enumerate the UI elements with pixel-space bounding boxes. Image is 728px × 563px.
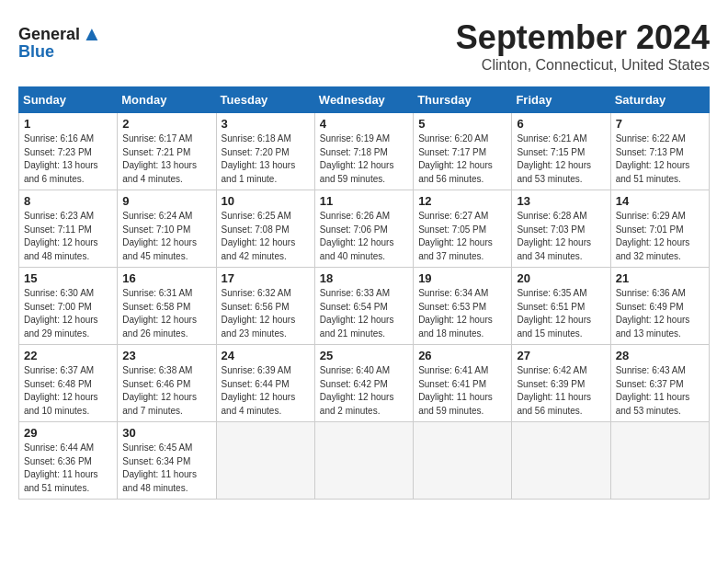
day-info: Sunrise: 6:29 AMSunset: 7:01 PMDaylight:… xyxy=(616,211,690,261)
col-header-thursday: Thursday xyxy=(414,87,512,113)
day-info: Sunrise: 6:22 AMSunset: 7:13 PMDaylight:… xyxy=(616,133,690,184)
day-info: Sunrise: 6:39 AMSunset: 6:44 PMDaylight:… xyxy=(222,365,296,416)
logo-text-general: General xyxy=(18,25,80,44)
logo-bird-icon: ▲ xyxy=(82,22,102,46)
day-number: 18 xyxy=(320,271,408,285)
day-info: Sunrise: 6:17 AMSunset: 7:21 PMDaylight:… xyxy=(122,133,197,184)
day-number: 26 xyxy=(418,349,506,362)
page-title: September 2024 xyxy=(18,18,710,57)
calendar-cell: 18 Sunrise: 6:33 AMSunset: 6:54 PMDaylig… xyxy=(314,268,413,345)
day-info: Sunrise: 6:36 AMSunset: 6:49 PMDaylight:… xyxy=(616,288,690,339)
calendar-cell: 15 Sunrise: 6:30 AMSunset: 7:00 PMDaylig… xyxy=(19,268,118,345)
calendar-cell xyxy=(414,422,512,500)
day-number: 6 xyxy=(517,117,605,131)
calendar-cell: 12 Sunrise: 6:27 AMSunset: 7:05 PMDaylig… xyxy=(414,190,512,268)
calendar-cell: 8 Sunrise: 6:23 AMSunset: 7:11 PMDayligh… xyxy=(19,190,118,268)
calendar-cell: 7 Sunrise: 6:22 AMSunset: 7:13 PMDayligh… xyxy=(610,113,709,190)
day-info: Sunrise: 6:34 AMSunset: 6:53 PMDaylight:… xyxy=(418,288,493,339)
col-header-sunday: Sunday xyxy=(19,87,118,113)
calendar-cell: 29 Sunrise: 6:44 AMSunset: 6:36 PMDaylig… xyxy=(19,422,118,500)
calendar-cell: 3 Sunrise: 6:18 AMSunset: 7:20 PMDayligh… xyxy=(216,113,314,190)
calendar-cell xyxy=(610,422,709,500)
col-header-tuesday: Tuesday xyxy=(216,87,314,113)
calendar-cell: 1 Sunrise: 6:16 AMSunset: 7:23 PMDayligh… xyxy=(19,113,118,190)
day-number: 3 xyxy=(222,117,310,131)
day-number: 23 xyxy=(122,349,210,362)
col-header-saturday: Saturday xyxy=(610,87,709,113)
calendar-cell: 24 Sunrise: 6:39 AMSunset: 6:44 PMDaylig… xyxy=(216,345,314,422)
day-info: Sunrise: 6:24 AMSunset: 7:10 PMDaylight:… xyxy=(122,211,197,261)
col-header-friday: Friday xyxy=(512,87,610,113)
day-info: Sunrise: 6:30 AMSunset: 7:00 PMDaylight:… xyxy=(24,288,98,339)
calendar-cell xyxy=(512,422,610,500)
day-info: Sunrise: 6:27 AMSunset: 7:05 PMDaylight:… xyxy=(418,211,493,261)
day-number: 22 xyxy=(24,349,112,362)
day-info: Sunrise: 6:40 AMSunset: 6:42 PMDaylight:… xyxy=(320,365,394,416)
logo: General ▲ Blue xyxy=(18,22,102,62)
day-info: Sunrise: 6:41 AMSunset: 6:41 PMDaylight:… xyxy=(418,365,493,416)
day-info: Sunrise: 6:26 AMSunset: 7:06 PMDaylight:… xyxy=(320,211,394,261)
calendar-cell: 30 Sunrise: 6:45 AMSunset: 6:34 PMDaylig… xyxy=(118,422,216,500)
day-number: 2 xyxy=(122,117,210,131)
calendar-cell: 28 Sunrise: 6:43 AMSunset: 6:37 PMDaylig… xyxy=(610,345,709,422)
calendar-cell: 25 Sunrise: 6:40 AMSunset: 6:42 PMDaylig… xyxy=(314,345,413,422)
calendar-cell: 23 Sunrise: 6:38 AMSunset: 6:46 PMDaylig… xyxy=(118,345,216,422)
day-number: 14 xyxy=(616,194,704,208)
day-number: 28 xyxy=(616,349,704,362)
day-info: Sunrise: 6:38 AMSunset: 6:46 PMDaylight:… xyxy=(122,365,197,416)
calendar-cell: 4 Sunrise: 6:19 AMSunset: 7:18 PMDayligh… xyxy=(314,113,413,190)
calendar-cell: 27 Sunrise: 6:42 AMSunset: 6:39 PMDaylig… xyxy=(512,345,610,422)
calendar-cell xyxy=(216,422,314,500)
day-number: 1 xyxy=(24,117,112,131)
day-info: Sunrise: 6:44 AMSunset: 6:36 PMDaylight:… xyxy=(24,442,98,493)
calendar-cell xyxy=(314,422,413,500)
col-header-wednesday: Wednesday xyxy=(314,87,413,113)
page-subtitle: Clinton, Connecticut, United States xyxy=(18,57,710,74)
day-info: Sunrise: 6:35 AMSunset: 6:51 PMDaylight:… xyxy=(517,288,591,339)
day-number: 7 xyxy=(616,117,704,131)
calendar-cell: 16 Sunrise: 6:31 AMSunset: 6:58 PMDaylig… xyxy=(118,268,216,345)
calendar-cell: 21 Sunrise: 6:36 AMSunset: 6:49 PMDaylig… xyxy=(610,268,709,345)
day-info: Sunrise: 6:28 AMSunset: 7:03 PMDaylight:… xyxy=(517,211,591,261)
day-number: 20 xyxy=(517,271,605,285)
calendar-cell: 14 Sunrise: 6:29 AMSunset: 7:01 PMDaylig… xyxy=(610,190,709,268)
day-number: 24 xyxy=(222,349,310,362)
day-number: 15 xyxy=(24,271,112,285)
day-number: 8 xyxy=(24,194,112,208)
calendar-cell: 13 Sunrise: 6:28 AMSunset: 7:03 PMDaylig… xyxy=(512,190,610,268)
day-number: 9 xyxy=(122,194,210,208)
calendar-cell: 22 Sunrise: 6:37 AMSunset: 6:48 PMDaylig… xyxy=(19,345,118,422)
day-info: Sunrise: 6:25 AMSunset: 7:08 PMDaylight:… xyxy=(222,211,296,261)
day-number: 27 xyxy=(517,349,605,362)
day-info: Sunrise: 6:37 AMSunset: 6:48 PMDaylight:… xyxy=(24,365,98,416)
page-header: September 2024 Clinton, Connecticut, Uni… xyxy=(18,18,710,74)
day-number: 30 xyxy=(122,426,210,440)
day-number: 10 xyxy=(222,194,310,208)
calendar-cell: 17 Sunrise: 6:32 AMSunset: 6:56 PMDaylig… xyxy=(216,268,314,345)
day-number: 12 xyxy=(418,194,506,208)
calendar-cell: 11 Sunrise: 6:26 AMSunset: 7:06 PMDaylig… xyxy=(314,190,413,268)
calendar-cell: 20 Sunrise: 6:35 AMSunset: 6:51 PMDaylig… xyxy=(512,268,610,345)
col-header-monday: Monday xyxy=(118,87,216,113)
day-number: 5 xyxy=(418,117,506,131)
day-number: 16 xyxy=(122,271,210,285)
day-number: 13 xyxy=(517,194,605,208)
day-number: 4 xyxy=(320,117,408,131)
day-info: Sunrise: 6:45 AMSunset: 6:34 PMDaylight:… xyxy=(122,442,197,493)
day-number: 21 xyxy=(616,271,704,285)
day-info: Sunrise: 6:21 AMSunset: 7:15 PMDaylight:… xyxy=(517,133,591,184)
calendar-cell: 9 Sunrise: 6:24 AMSunset: 7:10 PMDayligh… xyxy=(118,190,216,268)
day-info: Sunrise: 6:18 AMSunset: 7:20 PMDaylight:… xyxy=(222,133,296,184)
day-info: Sunrise: 6:31 AMSunset: 6:58 PMDaylight:… xyxy=(122,288,197,339)
calendar-cell: 10 Sunrise: 6:25 AMSunset: 7:08 PMDaylig… xyxy=(216,190,314,268)
day-info: Sunrise: 6:32 AMSunset: 6:56 PMDaylight:… xyxy=(222,288,296,339)
calendar-cell: 6 Sunrise: 6:21 AMSunset: 7:15 PMDayligh… xyxy=(512,113,610,190)
calendar-cell: 19 Sunrise: 6:34 AMSunset: 6:53 PMDaylig… xyxy=(414,268,512,345)
day-info: Sunrise: 6:16 AMSunset: 7:23 PMDaylight:… xyxy=(24,133,98,184)
day-info: Sunrise: 6:33 AMSunset: 6:54 PMDaylight:… xyxy=(320,288,394,339)
logo-text-blue: Blue xyxy=(18,42,54,62)
day-info: Sunrise: 6:23 AMSunset: 7:11 PMDaylight:… xyxy=(24,211,98,261)
calendar-table: SundayMondayTuesdayWednesdayThursdayFrid… xyxy=(18,86,710,500)
day-number: 25 xyxy=(320,349,408,362)
day-info: Sunrise: 6:19 AMSunset: 7:18 PMDaylight:… xyxy=(320,133,394,184)
